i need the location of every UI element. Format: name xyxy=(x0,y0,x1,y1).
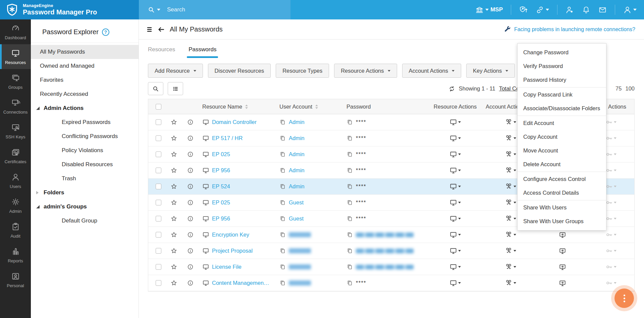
masked-password[interactable]: **** xyxy=(356,216,366,222)
explorer-item-trash[interactable]: Trash xyxy=(31,172,139,186)
info-icon[interactable] xyxy=(187,280,194,286)
resource-actions-menu-button[interactable] xyxy=(449,263,461,271)
row-checkbox[interactable] xyxy=(156,184,161,189)
account-actions-menu-button[interactable] xyxy=(505,134,516,142)
brand-logo[interactable]: ManageEngine Password Manager Pro xyxy=(0,0,139,19)
remote-connection-icon[interactable] xyxy=(559,231,566,239)
collapse-triangle-icon[interactable] xyxy=(36,205,40,208)
account-actions-button[interactable]: Account Actions xyxy=(402,64,461,78)
sidebar-item-audit[interactable]: Audit xyxy=(0,218,31,243)
row-checkbox[interactable] xyxy=(156,232,161,238)
row-checkbox[interactable] xyxy=(156,264,161,270)
sidebar-item-personal[interactable]: Personal xyxy=(0,267,31,292)
menu-item-change-password[interactable]: Change Password xyxy=(518,46,606,59)
sidebar-item-resources[interactable]: Resources xyxy=(0,44,31,69)
resource-name-link[interactable]: EP 956 xyxy=(212,215,230,222)
copy-user-icon[interactable] xyxy=(279,264,286,270)
sidebar-item-users[interactable]: Users xyxy=(0,168,31,193)
key-actions-menu-button[interactable] xyxy=(605,167,616,174)
copy-password-icon[interactable] xyxy=(346,280,353,286)
user-admin-button[interactable] xyxy=(566,6,574,14)
remote-connection-icon[interactable] xyxy=(559,279,566,287)
favorite-star-icon[interactable] xyxy=(170,167,177,174)
row-checkbox[interactable] xyxy=(156,119,161,125)
info-icon[interactable] xyxy=(187,199,194,206)
key-actions-menu-button[interactable] xyxy=(605,134,616,142)
info-icon[interactable] xyxy=(187,119,194,125)
menu-item-edit-account[interactable]: Edit Account xyxy=(518,116,606,130)
menu-item-access-control-details[interactable]: Access Control Details xyxy=(518,186,606,200)
select-all-checkbox[interactable] xyxy=(156,104,161,110)
refresh-icon[interactable] xyxy=(448,85,455,92)
user-account-link[interactable]: Admin xyxy=(289,135,305,141)
favorite-star-icon[interactable] xyxy=(170,215,177,222)
row-checkbox[interactable] xyxy=(156,216,161,221)
info-icon[interactable] xyxy=(187,151,194,157)
remote-connection-icon[interactable] xyxy=(559,263,566,271)
copy-password-icon[interactable] xyxy=(346,264,353,270)
info-icon[interactable] xyxy=(187,232,194,238)
menu-item-verify-password[interactable]: Verify Password xyxy=(518,59,606,73)
explorer-item-favorites[interactable]: Favorites xyxy=(31,73,139,87)
table-search-button[interactable] xyxy=(148,82,163,95)
sort-icon[interactable] xyxy=(315,105,318,109)
masked-password[interactable]: **** xyxy=(356,184,366,190)
tree-toggle-icon[interactable] xyxy=(146,25,154,34)
resource-actions-menu-button[interactable] xyxy=(449,167,461,174)
masked-password[interactable]: **** xyxy=(356,151,366,157)
sidebar-item-ssh-keys[interactable]: SSH Keys xyxy=(0,119,31,143)
account-actions-menu-button[interactable] xyxy=(505,183,516,190)
copy-user-icon[interactable] xyxy=(279,232,286,238)
info-icon[interactable] xyxy=(187,167,194,174)
row-checkbox[interactable] xyxy=(156,200,161,205)
explorer-item-default-group[interactable]: Default Group xyxy=(31,214,139,228)
info-icon[interactable] xyxy=(187,248,194,254)
copy-user-icon[interactable] xyxy=(279,215,286,222)
menu-item-delete-account[interactable]: Delete Account xyxy=(518,157,606,171)
user-account-link[interactable]: Admin xyxy=(289,151,305,157)
account-actions-menu-button[interactable] xyxy=(505,263,516,271)
page-size-75[interactable]: 75 xyxy=(615,85,622,92)
resource-actions-menu-button[interactable] xyxy=(449,183,461,190)
menu-item-move-account[interactable]: Move Account xyxy=(518,144,606,157)
discover-resources-button[interactable]: Discover Resources xyxy=(208,64,271,78)
favorite-star-icon[interactable] xyxy=(170,199,177,206)
row-checkbox[interactable] xyxy=(156,135,161,141)
row-checkbox[interactable] xyxy=(156,168,161,173)
copy-user-icon[interactable] xyxy=(279,199,286,206)
remote-connection-icon[interactable] xyxy=(559,247,566,255)
back-arrow-icon[interactable] xyxy=(157,25,165,34)
messages-button[interactable] xyxy=(598,6,607,14)
sidebar-item-dashboard[interactable]: Dashboard xyxy=(0,19,31,44)
copy-password-icon[interactable] xyxy=(346,215,353,222)
menu-item-copy-passcard-link[interactable]: Copy Passcard Link xyxy=(518,88,606,102)
resource-actions-menu-button[interactable] xyxy=(449,118,461,126)
explorer-item-recently-accessed[interactable]: Recently Accessed xyxy=(31,87,139,101)
favorite-star-icon[interactable] xyxy=(170,263,177,270)
user-account-link[interactable]: Admin xyxy=(289,183,305,190)
organization-switcher[interactable]: MSP xyxy=(475,6,503,14)
resource-name-link[interactable]: EP 524 xyxy=(212,183,230,190)
search-scope-caret-icon[interactable] xyxy=(157,9,160,11)
masked-password[interactable]: **** xyxy=(356,119,366,125)
sidebar-item-connections[interactable]: Connections xyxy=(0,94,31,119)
user-account-link[interactable]: Guest xyxy=(289,199,304,206)
profile-menu-button[interactable] xyxy=(623,6,637,14)
resource-name-link[interactable]: License File xyxy=(212,264,241,270)
resource-actions-menu-button[interactable] xyxy=(449,247,461,255)
column-chooser-button[interactable] xyxy=(168,82,183,95)
copy-password-icon[interactable] xyxy=(346,151,353,157)
favorite-star-icon[interactable] xyxy=(170,151,177,158)
explorer-item-folders[interactable]: Folders xyxy=(31,186,139,200)
resource-name-link[interactable]: EP 025 xyxy=(212,151,230,157)
menu-item-copy-account[interactable]: Copy Account xyxy=(518,130,606,144)
favorite-star-icon[interactable] xyxy=(170,247,177,254)
explorer-item-expired-passwords[interactable]: Expired Passwords xyxy=(31,115,139,129)
copy-password-icon[interactable] xyxy=(346,232,353,238)
explorer-item-admin-actions[interactable]: Admin Actions xyxy=(31,101,139,115)
key-actions-menu-button[interactable] xyxy=(605,247,616,255)
remote-connection-help-link[interactable]: Facing problems in launching remote conn… xyxy=(514,26,635,33)
menu-item-share-with-user-groups[interactable]: Share With User Groups xyxy=(518,214,606,228)
copy-user-icon[interactable] xyxy=(279,183,286,190)
help-icon[interactable]: ? xyxy=(102,28,109,36)
